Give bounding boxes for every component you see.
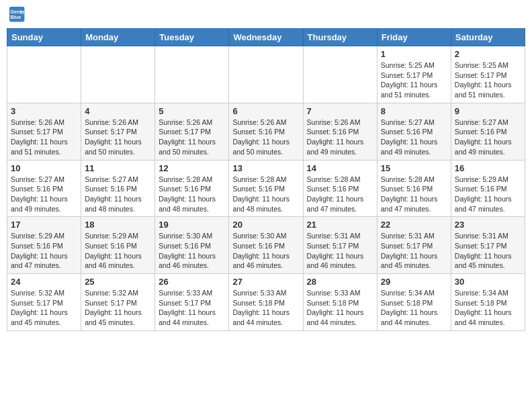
day-info: Sunrise: 5:25 AM Sunset: 5:17 PM Dayligh…	[455, 60, 521, 100]
weekday-header: Friday	[377, 29, 451, 46]
day-number: 12	[159, 163, 225, 173]
day-number: 22	[381, 220, 447, 230]
calendar-cell: 7Sunrise: 5:26 AM Sunset: 5:16 PM Daylig…	[303, 103, 377, 160]
calendar-week-row: 24Sunrise: 5:32 AM Sunset: 5:17 PM Dayli…	[7, 274, 525, 331]
day-number: 7	[307, 106, 373, 116]
weekday-header: Saturday	[451, 29, 525, 46]
day-number: 24	[11, 277, 77, 287]
day-number: 30	[455, 277, 521, 287]
calendar-cell: 9Sunrise: 5:27 AM Sunset: 5:16 PM Daylig…	[451, 103, 525, 160]
calendar-week-row: 17Sunrise: 5:29 AM Sunset: 5:16 PM Dayli…	[7, 217, 525, 274]
calendar-cell: 3Sunrise: 5:26 AM Sunset: 5:17 PM Daylig…	[7, 103, 81, 160]
day-info: Sunrise: 5:26 AM Sunset: 5:17 PM Dayligh…	[159, 118, 225, 157]
calendar-cell: 5Sunrise: 5:26 AM Sunset: 5:17 PM Daylig…	[155, 103, 229, 160]
calendar-cell: 30Sunrise: 5:34 AM Sunset: 5:18 PM Dayli…	[451, 274, 525, 331]
weekday-header: Thursday	[303, 29, 377, 46]
calendar-cell: 26Sunrise: 5:33 AM Sunset: 5:17 PM Dayli…	[155, 274, 229, 331]
calendar-cell: 21Sunrise: 5:31 AM Sunset: 5:17 PM Dayli…	[303, 217, 377, 274]
day-info: Sunrise: 5:31 AM Sunset: 5:17 PM Dayligh…	[307, 231, 373, 271]
calendar-cell: 22Sunrise: 5:31 AM Sunset: 5:17 PM Dayli…	[377, 217, 451, 274]
calendar-cell: 20Sunrise: 5:30 AM Sunset: 5:16 PM Dayli…	[229, 217, 303, 274]
calendar-cell	[7, 46, 81, 103]
day-number: 27	[232, 277, 299, 287]
day-number: 2	[455, 49, 521, 59]
day-info: Sunrise: 5:30 AM Sunset: 5:16 PM Dayligh…	[232, 231, 299, 271]
calendar-header-row: SundayMondayTuesdayWednesdayThursdayFrid…	[7, 29, 525, 46]
calendar-cell: 25Sunrise: 5:32 AM Sunset: 5:17 PM Dayli…	[81, 274, 155, 331]
calendar-cell: 8Sunrise: 5:27 AM Sunset: 5:16 PM Daylig…	[377, 103, 451, 160]
weekday-header: Tuesday	[155, 29, 229, 46]
day-info: Sunrise: 5:26 AM Sunset: 5:16 PM Dayligh…	[307, 118, 373, 157]
logo-icon: General Blue	[9, 7, 26, 23]
day-info: Sunrise: 5:34 AM Sunset: 5:18 PM Dayligh…	[381, 288, 447, 328]
calendar-cell: 23Sunrise: 5:31 AM Sunset: 5:17 PM Dayli…	[451, 217, 525, 274]
calendar-cell: 6Sunrise: 5:26 AM Sunset: 5:16 PM Daylig…	[229, 103, 303, 160]
calendar-cell: 28Sunrise: 5:33 AM Sunset: 5:18 PM Dayli…	[303, 274, 377, 331]
day-info: Sunrise: 5:32 AM Sunset: 5:17 PM Dayligh…	[85, 288, 151, 328]
day-info: Sunrise: 5:33 AM Sunset: 5:18 PM Dayligh…	[307, 288, 373, 328]
day-number: 29	[381, 277, 447, 287]
day-info: Sunrise: 5:29 AM Sunset: 5:16 PM Dayligh…	[455, 175, 521, 214]
day-info: Sunrise: 5:25 AM Sunset: 5:17 PM Dayligh…	[381, 60, 447, 100]
day-number: 16	[455, 163, 521, 173]
calendar-cell: 11Sunrise: 5:27 AM Sunset: 5:16 PM Dayli…	[81, 160, 155, 217]
day-number: 28	[307, 277, 373, 287]
day-number: 25	[85, 277, 151, 287]
calendar-cell: 27Sunrise: 5:33 AM Sunset: 5:18 PM Dayli…	[229, 274, 303, 331]
logo: General Blue	[9, 7, 28, 23]
calendar-table: SundayMondayTuesdayWednesdayThursdayFrid…	[7, 28, 525, 331]
day-info: Sunrise: 5:26 AM Sunset: 5:17 PM Dayligh…	[11, 118, 77, 157]
day-info: Sunrise: 5:32 AM Sunset: 5:17 PM Dayligh…	[11, 288, 77, 328]
day-number: 11	[85, 163, 151, 173]
day-info: Sunrise: 5:27 AM Sunset: 5:16 PM Dayligh…	[381, 118, 447, 157]
calendar-week-row: 3Sunrise: 5:26 AM Sunset: 5:17 PM Daylig…	[7, 103, 525, 160]
day-number: 4	[85, 106, 151, 116]
day-number: 26	[159, 277, 225, 287]
day-info: Sunrise: 5:29 AM Sunset: 5:16 PM Dayligh…	[85, 231, 151, 271]
calendar-cell: 18Sunrise: 5:29 AM Sunset: 5:16 PM Dayli…	[81, 217, 155, 274]
calendar-cell: 29Sunrise: 5:34 AM Sunset: 5:18 PM Dayli…	[377, 274, 451, 331]
calendar-cell: 15Sunrise: 5:28 AM Sunset: 5:16 PM Dayli…	[377, 160, 451, 217]
calendar-cell: 19Sunrise: 5:30 AM Sunset: 5:16 PM Dayli…	[155, 217, 229, 274]
day-info: Sunrise: 5:30 AM Sunset: 5:16 PM Dayligh…	[159, 231, 225, 271]
calendar-cell: 4Sunrise: 5:26 AM Sunset: 5:17 PM Daylig…	[81, 103, 155, 160]
day-info: Sunrise: 5:27 AM Sunset: 5:16 PM Dayligh…	[85, 175, 151, 214]
calendar-week-row: 1Sunrise: 5:25 AM Sunset: 5:17 PM Daylig…	[7, 46, 525, 103]
day-info: Sunrise: 5:29 AM Sunset: 5:16 PM Dayligh…	[11, 231, 77, 271]
calendar-cell: 1Sunrise: 5:25 AM Sunset: 5:17 PM Daylig…	[377, 46, 451, 103]
calendar-cell: 16Sunrise: 5:29 AM Sunset: 5:16 PM Dayli…	[451, 160, 525, 217]
calendar-cell: 2Sunrise: 5:25 AM Sunset: 5:17 PM Daylig…	[451, 46, 525, 103]
calendar-cell: 24Sunrise: 5:32 AM Sunset: 5:17 PM Dayli…	[7, 274, 81, 331]
svg-text:Blue: Blue	[11, 14, 21, 20]
calendar-cell: 12Sunrise: 5:28 AM Sunset: 5:16 PM Dayli…	[155, 160, 229, 217]
weekday-header: Sunday	[7, 29, 81, 46]
day-number: 6	[232, 106, 299, 116]
day-info: Sunrise: 5:27 AM Sunset: 5:16 PM Dayligh…	[455, 118, 521, 157]
page-header: General Blue	[7, 7, 525, 23]
day-number: 19	[159, 220, 225, 230]
day-info: Sunrise: 5:27 AM Sunset: 5:16 PM Dayligh…	[11, 175, 77, 214]
day-number: 15	[381, 163, 447, 173]
calendar-cell	[303, 46, 377, 103]
day-number: 10	[11, 163, 77, 173]
calendar-cell	[229, 46, 303, 103]
day-info: Sunrise: 5:28 AM Sunset: 5:16 PM Dayligh…	[232, 175, 299, 214]
day-info: Sunrise: 5:31 AM Sunset: 5:17 PM Dayligh…	[455, 231, 521, 271]
day-info: Sunrise: 5:33 AM Sunset: 5:18 PM Dayligh…	[232, 288, 299, 328]
weekday-header: Monday	[81, 29, 155, 46]
calendar-cell: 13Sunrise: 5:28 AM Sunset: 5:16 PM Dayli…	[229, 160, 303, 217]
weekday-header: Wednesday	[229, 29, 303, 46]
day-number: 3	[11, 106, 77, 116]
day-number: 17	[11, 220, 77, 230]
calendar-cell: 14Sunrise: 5:28 AM Sunset: 5:16 PM Dayli…	[303, 160, 377, 217]
calendar-cell: 10Sunrise: 5:27 AM Sunset: 5:16 PM Dayli…	[7, 160, 81, 217]
day-info: Sunrise: 5:31 AM Sunset: 5:17 PM Dayligh…	[381, 231, 447, 271]
day-info: Sunrise: 5:28 AM Sunset: 5:16 PM Dayligh…	[381, 175, 447, 214]
day-number: 23	[455, 220, 521, 230]
day-number: 1	[381, 49, 447, 59]
day-number: 18	[85, 220, 151, 230]
day-info: Sunrise: 5:28 AM Sunset: 5:16 PM Dayligh…	[307, 175, 373, 214]
day-info: Sunrise: 5:26 AM Sunset: 5:16 PM Dayligh…	[232, 118, 299, 157]
day-number: 13	[232, 163, 299, 173]
day-number: 21	[307, 220, 373, 230]
